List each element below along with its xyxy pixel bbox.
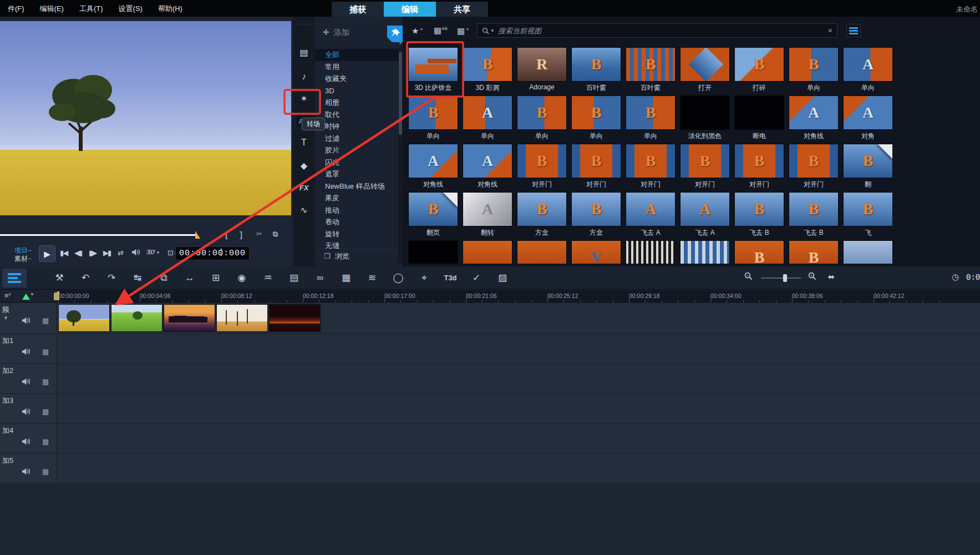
transition-item-单向[interactable]: B单向 xyxy=(789,47,839,94)
add-button[interactable]: ✚添加 xyxy=(323,28,349,38)
transition-item-对开门[interactable]: B对开门 xyxy=(680,144,730,190)
scrollbar-thumb[interactable] xyxy=(399,52,402,135)
fit-timeline-icon[interactable]: ⬌ xyxy=(827,272,835,282)
transition-item-打碎[interactable]: B打碎 xyxy=(734,47,784,94)
gallery-scrollbar[interactable]: ▲ xyxy=(398,47,403,264)
grab-frame-icon[interactable]: ⧉ xyxy=(273,230,278,239)
timeline-clip-3[interactable] xyxy=(164,304,215,332)
instant-project-icon[interactable]: ✶ xyxy=(295,92,313,106)
category-item-卷动[interactable]: 卷动 xyxy=(315,216,403,228)
preview-video[interactable] xyxy=(0,21,291,215)
track-header-加1[interactable]: 加1▩ xyxy=(0,334,56,363)
track-overlay-icon[interactable]: ▩ xyxy=(42,316,49,325)
play-button[interactable]: ▶ xyxy=(39,245,55,262)
tools-icon[interactable]: ⚒ xyxy=(50,271,69,285)
category-item-闪光[interactable]: 闪光 xyxy=(315,157,403,169)
3d-title-icon[interactable]: T3d xyxy=(441,271,460,285)
category-item-遮罩[interactable]: 遮罩 xyxy=(315,168,403,180)
transition-item-单向[interactable]: B单向 xyxy=(626,95,676,142)
mode-tab-共享[interactable]: 共享 xyxy=(436,2,488,17)
track-overlay-icon[interactable]: ▩ xyxy=(42,467,49,476)
transition-item-对角线[interactable]: A对角线 xyxy=(789,95,839,142)
prev-frame-button[interactable]: ◀▮ xyxy=(74,249,82,257)
transition-item-单向[interactable]: B单向 xyxy=(408,95,458,142)
track-overlay-icon[interactable]: ▩ xyxy=(42,437,49,446)
scroll-up-icon[interactable]: ▲ xyxy=(398,41,403,46)
audio-icon[interactable]: ♪ xyxy=(295,69,313,84)
category-item-胶片[interactable]: 胶片 xyxy=(315,144,403,157)
track-lane-加1[interactable] xyxy=(57,334,980,363)
transition-item-单向[interactable]: B单向 xyxy=(517,95,567,142)
timeline-view-button[interactable] xyxy=(2,269,27,287)
search-input[interactable] xyxy=(498,27,825,35)
menu-item-0[interactable]: 件(F) xyxy=(0,0,32,14)
transition-item-对角线[interactable]: A对角线 xyxy=(463,144,512,190)
track-overlay-icon[interactable]: ▩ xyxy=(42,377,49,386)
track-lane-频[interactable] xyxy=(57,303,980,333)
transition-item[interactable] xyxy=(408,240,458,264)
category-item-3D[interactable]: 3D xyxy=(315,85,403,97)
category-item-果皮[interactable]: 果皮 xyxy=(315,192,403,204)
category-item-NewBlue 样品转场[interactable]: NewBlue 样品转场 xyxy=(315,180,403,193)
panel-layout-button[interactable] xyxy=(846,24,861,37)
browse-button[interactable]: ❒浏览 xyxy=(315,249,403,264)
category-item-推动[interactable]: 推动 xyxy=(315,204,403,216)
track-mute-button[interactable] xyxy=(22,377,31,387)
track-overlay-icon[interactable]: ▩ xyxy=(42,407,49,416)
volume-button[interactable] xyxy=(132,249,140,257)
apply-random-effects-icon[interactable]: ▦＋ xyxy=(457,26,470,36)
zoom-slider-handle[interactable] xyxy=(783,274,787,282)
transition-item-方盒[interactable]: B方盒 xyxy=(571,192,621,239)
transition-item-打开[interactable]: 打开 xyxy=(680,47,730,94)
track-header-频[interactable]: 频▼▩ xyxy=(0,303,56,333)
track-lane-加2[interactable] xyxy=(57,364,980,393)
timeline-clip-2[interactable] xyxy=(111,304,163,332)
transition-item-翻转[interactable]: A翻转 xyxy=(463,192,512,239)
category-item-旋转[interactable]: 旋转 xyxy=(315,228,403,240)
graphics-icon[interactable]: ◆ xyxy=(295,159,313,173)
transition-item-百叶窗[interactable]: B百叶窗 xyxy=(626,47,676,94)
transition-item-翻[interactable]: B翻 xyxy=(843,144,893,190)
next-frame-button[interactable]: ▮▶ xyxy=(89,249,96,257)
category-item-时钟[interactable]: 时钟 xyxy=(315,120,403,133)
360-video-icon[interactable]: ◯ xyxy=(389,271,408,285)
timeline-ruler[interactable]: 00:00:00:0000:00:04:0600:00:08:1200:00:1… xyxy=(0,290,980,302)
track-mute-button[interactable] xyxy=(22,316,31,326)
filter-icon[interactable]: FX xyxy=(295,181,313,195)
check-project-icon[interactable]: ✓ xyxy=(467,271,486,285)
category-item-取代[interactable]: 取代 xyxy=(315,109,403,121)
track-lane-加5[interactable] xyxy=(57,454,980,483)
transition-item-对开门[interactable]: B对开门 xyxy=(626,144,676,190)
category-item-相册[interactable]: 相册 xyxy=(315,97,403,109)
track-header-加3[interactable]: 加3▩ xyxy=(0,394,56,423)
transition-item-3D 彩屑[interactable]: B3D 彩屑 xyxy=(463,47,512,94)
track-header-加4[interactable]: 加4▩ xyxy=(0,424,56,453)
track-lane-加4[interactable] xyxy=(57,424,980,453)
painting-creator-icon[interactable]: ▨ xyxy=(493,271,512,285)
track-transparency-icon[interactable]: ⌖ xyxy=(415,271,434,285)
transition-item-对开门[interactable]: B对开门 xyxy=(517,144,567,190)
mode-tab-捕获[interactable]: 捕获 xyxy=(332,2,384,17)
track-mute-button[interactable] xyxy=(22,437,31,447)
transition-item[interactable] xyxy=(463,240,512,264)
transition-item-单向[interactable]: B单向 xyxy=(571,95,621,142)
transition-item-飞去 A[interactable]: A飞去 A xyxy=(626,192,676,239)
timeline-clip-5[interactable] xyxy=(269,304,321,332)
subtitle-editor-icon[interactable]: ▦ xyxy=(337,271,356,285)
project-mode-label[interactable]: 项目 xyxy=(14,246,28,254)
transition-item[interactable] xyxy=(680,240,730,264)
transition-item-对开门[interactable]: B对开门 xyxy=(734,144,784,190)
mask-creator-icon[interactable]: ≋ xyxy=(363,271,382,285)
track-manager-icon[interactable]: ≡± xyxy=(4,291,11,300)
transition-item[interactable] xyxy=(843,240,893,264)
timeline-clip-4[interactable] xyxy=(216,304,268,332)
redo-icon[interactable]: ↷ xyxy=(102,271,121,285)
category-item-常用[interactable]: 常用 xyxy=(315,61,403,73)
motion-tracking-icon[interactable]: ∞ xyxy=(311,271,329,285)
track-header-加5[interactable]: 加5▩ xyxy=(0,454,56,483)
track-header-加2[interactable]: 加2▩ xyxy=(0,364,56,393)
zoom-in-icon[interactable]: + xyxy=(808,272,816,282)
clip-mode-label[interactable]: 素材 xyxy=(14,255,28,263)
motion-path-icon[interactable]: ∿ xyxy=(295,203,313,218)
add-to-favorites-icon[interactable]: ★＋ xyxy=(412,26,424,36)
